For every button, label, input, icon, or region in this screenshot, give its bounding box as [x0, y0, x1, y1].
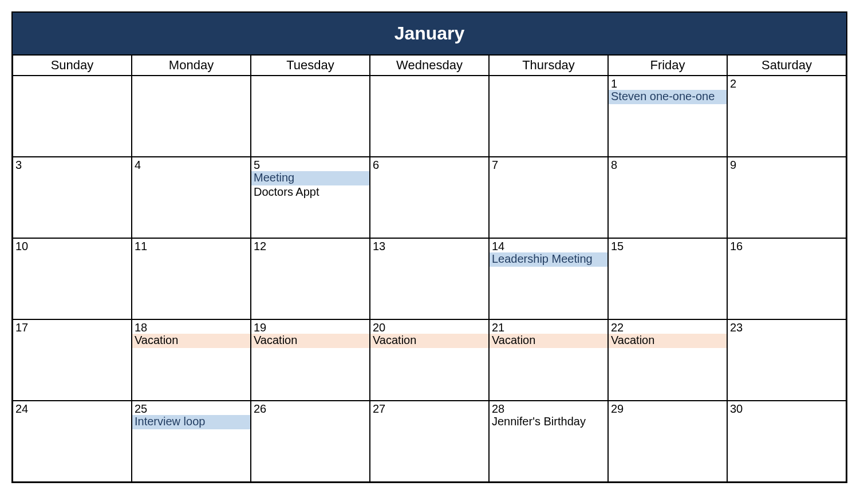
day-number: [251, 76, 369, 77]
day-cell[interactable]: 29: [608, 401, 727, 482]
day-cell[interactable]: 1 Steven one-one-one: [608, 76, 727, 157]
day-number: 1: [609, 76, 727, 90]
day-number: 28: [490, 401, 607, 415]
day-cell[interactable]: 20 Vacation: [370, 319, 489, 401]
calendar-event[interactable]: Vacation: [609, 334, 727, 348]
day-cell[interactable]: 4: [132, 157, 251, 238]
weekday-row: Sunday Monday Tuesday Wednesday Thursday…: [13, 54, 846, 76]
calendar-event[interactable]: Vacation: [370, 334, 488, 348]
day-number: 18: [132, 320, 250, 334]
day-number: 24: [13, 401, 131, 415]
day-number: [490, 76, 607, 77]
week-row: 1 Steven one-one-one 2: [13, 76, 846, 157]
day-cell[interactable]: 19 Vacation: [251, 319, 370, 401]
weekday-tuesday: Tuesday: [251, 54, 370, 76]
day-cell[interactable]: 7: [489, 157, 608, 238]
day-cell[interactable]: 16: [727, 238, 846, 319]
day-number: [370, 76, 488, 77]
day-number: 14: [490, 239, 607, 252]
day-cell[interactable]: 2: [727, 76, 846, 157]
day-cell[interactable]: [370, 76, 489, 157]
weekday-monday: Monday: [132, 54, 251, 76]
day-cell[interactable]: 30: [727, 401, 846, 482]
weekday-thursday: Thursday: [489, 54, 608, 76]
day-cell[interactable]: 10: [13, 238, 132, 319]
day-cell[interactable]: 3: [13, 157, 132, 238]
weekday-saturday: Saturday: [727, 54, 846, 76]
weekday-sunday: Sunday: [13, 54, 132, 76]
day-cell[interactable]: 25 Interview loop: [132, 401, 251, 482]
day-number: 22: [609, 320, 727, 334]
day-number: 19: [251, 320, 369, 334]
day-cell[interactable]: 6: [370, 157, 489, 238]
calendar-event[interactable]: Interview loop: [132, 415, 250, 429]
calendar-event[interactable]: Leadership Meeting: [490, 252, 607, 267]
day-number: 8: [609, 157, 727, 171]
day-number: 5: [251, 157, 369, 171]
day-cell[interactable]: 28 Jennifer's Birthday: [489, 401, 608, 482]
day-number: 27: [370, 401, 488, 415]
day-cell[interactable]: 13: [370, 238, 489, 319]
day-number: 29: [609, 401, 727, 415]
day-cell[interactable]: 23: [727, 319, 846, 401]
day-cell[interactable]: 12: [251, 238, 370, 319]
day-cell[interactable]: [251, 76, 370, 157]
calendar-event[interactable]: Vacation: [251, 334, 369, 348]
day-number: [13, 76, 131, 77]
day-cell[interactable]: 24: [13, 401, 132, 482]
day-number: 16: [728, 239, 846, 252]
day-number: 10: [13, 239, 131, 252]
weeks-container: 1 Steven one-one-one 2 3 4 5 Meeting Doc…: [13, 76, 846, 482]
calendar-event[interactable]: Jennifer's Birthday: [490, 415, 607, 429]
week-row: 10 11 12 13 14 Leadership Meeting 15 16: [13, 238, 846, 319]
day-cell[interactable]: 14 Leadership Meeting: [489, 238, 608, 319]
day-number: 21: [490, 320, 607, 334]
weekday-friday: Friday: [608, 54, 727, 76]
day-number: 26: [251, 401, 369, 415]
day-number: 2: [728, 76, 846, 90]
calendar-event[interactable]: Vacation: [132, 334, 250, 348]
day-number: [132, 76, 250, 77]
day-number: 17: [13, 320, 131, 334]
day-cell[interactable]: [132, 76, 251, 157]
week-row: 24 25 Interview loop 26 27 28 Jennifer's…: [13, 401, 846, 482]
weekday-wednesday: Wednesday: [370, 54, 489, 76]
calendar: January Sunday Monday Tuesday Wednesday …: [11, 11, 847, 483]
day-cell[interactable]: [13, 76, 132, 157]
week-row: 3 4 5 Meeting Doctors Appt 6 7 8 9: [13, 157, 846, 238]
day-number: 7: [490, 157, 607, 171]
day-cell[interactable]: 11: [132, 238, 251, 319]
month-title: January: [13, 13, 846, 54]
day-number: 23: [728, 320, 846, 334]
day-number: 25: [132, 401, 250, 415]
day-cell[interactable]: 21 Vacation: [489, 319, 608, 401]
calendar-event[interactable]: Doctors Appt: [251, 185, 369, 200]
day-number: 15: [609, 239, 727, 252]
day-number: 13: [370, 239, 488, 252]
day-number: 3: [13, 157, 131, 171]
week-row: 17 18 Vacation 19 Vacation 20 Vacation 2…: [13, 319, 846, 401]
day-cell[interactable]: [489, 76, 608, 157]
day-cell[interactable]: 27: [370, 401, 489, 482]
day-cell[interactable]: 9: [727, 157, 846, 238]
day-cell[interactable]: 17: [13, 319, 132, 401]
day-number: 12: [251, 239, 369, 252]
day-number: 9: [728, 157, 846, 171]
day-cell[interactable]: 26: [251, 401, 370, 482]
calendar-event[interactable]: Steven one-one-one: [609, 90, 727, 104]
day-number: 4: [132, 157, 250, 171]
day-cell[interactable]: 22 Vacation: [608, 319, 727, 401]
day-cell[interactable]: 8: [608, 157, 727, 238]
day-number: 20: [370, 320, 488, 334]
day-number: 11: [132, 239, 250, 252]
day-number: 6: [370, 157, 488, 171]
calendar-event[interactable]: Vacation: [490, 334, 607, 348]
day-cell[interactable]: 5 Meeting Doctors Appt: [251, 157, 370, 238]
day-cell[interactable]: 15: [608, 238, 727, 319]
day-number: 30: [728, 401, 846, 415]
calendar-event[interactable]: Meeting: [251, 171, 369, 185]
day-cell[interactable]: 18 Vacation: [132, 319, 251, 401]
